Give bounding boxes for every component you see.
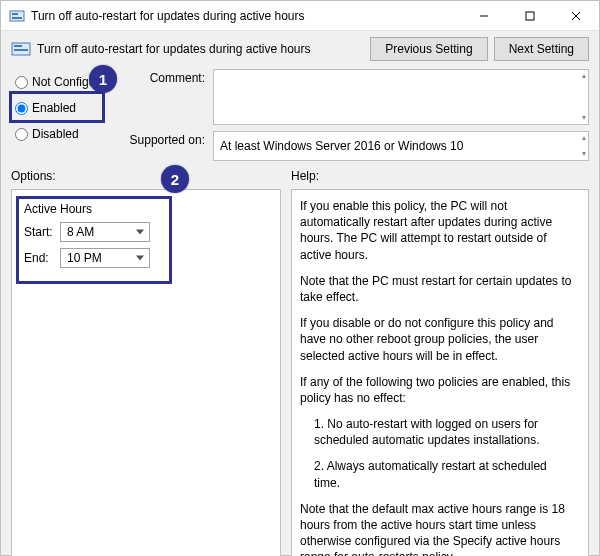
- help-p2: Note that the PC must restart for certai…: [300, 273, 574, 305]
- start-time-value: 8 AM: [67, 225, 94, 239]
- svg-rect-0: [10, 11, 24, 21]
- scroll-up-icon[interactable]: ▴: [582, 134, 586, 142]
- scroll-down-icon[interactable]: ▾: [582, 114, 586, 122]
- end-label: End:: [24, 251, 54, 265]
- svg-rect-2: [12, 17, 22, 19]
- help-header: Help:: [291, 169, 589, 183]
- scroll-down-icon[interactable]: ▾: [582, 150, 586, 158]
- radio-enabled-label: Enabled: [32, 101, 76, 115]
- svg-rect-1: [12, 13, 18, 15]
- previous-setting-button[interactable]: Previous Setting: [370, 37, 487, 61]
- help-p4: If any of the following two policies are…: [300, 374, 574, 406]
- help-p5: Note that the default max active hours r…: [300, 501, 574, 556]
- window-title: Turn off auto-restart for updates during…: [31, 9, 461, 23]
- start-label: Start:: [24, 225, 54, 239]
- radio-disabled-label: Disabled: [32, 127, 79, 141]
- policy-icon: [9, 8, 25, 24]
- supported-on-text: At least Windows Server 2016 or Windows …: [220, 139, 463, 153]
- radio-enabled[interactable]: Enabled: [15, 101, 111, 115]
- header-title: Turn off auto-restart for updates during…: [37, 42, 370, 56]
- options-header: Options:: [11, 169, 281, 183]
- titlebar: Turn off auto-restart for updates during…: [1, 1, 599, 31]
- help-column: Help: If you enable this policy, the PC …: [291, 169, 589, 556]
- callout-2: 2: [161, 165, 189, 193]
- help-p3: If you disable or do not configure this …: [300, 315, 574, 364]
- options-panel: Active Hours Start: 8 AM End: 10 PM: [11, 189, 281, 556]
- active-hours-label: Active Hours: [24, 202, 268, 216]
- radio-disabled[interactable]: Disabled: [15, 127, 111, 141]
- header-row: Turn off auto-restart for updates during…: [11, 37, 589, 61]
- svg-rect-9: [14, 49, 28, 51]
- start-time-select[interactable]: 8 AM: [60, 222, 150, 242]
- policy-header-icon: [11, 41, 31, 57]
- close-button[interactable]: [553, 1, 599, 31]
- content-area: Turn off auto-restart for updates during…: [1, 31, 599, 556]
- options-column: Options: Active Hours Start: 8 AM End: 1…: [11, 169, 281, 556]
- supported-on-label: Supported on:: [115, 131, 205, 147]
- next-setting-button[interactable]: Next Setting: [494, 37, 589, 61]
- help-p1: If you enable this policy, the PC will n…: [300, 198, 574, 263]
- end-time-value: 10 PM: [67, 251, 102, 265]
- policy-editor-window: Turn off auto-restart for updates during…: [0, 0, 600, 556]
- svg-rect-4: [526, 12, 534, 20]
- supported-on-box: At least Windows Server 2016 or Windows …: [213, 131, 589, 161]
- minimize-button[interactable]: [461, 1, 507, 31]
- maximize-button[interactable]: [507, 1, 553, 31]
- help-p4a: 1. No auto-restart with logged on users …: [300, 416, 574, 448]
- comment-label: Comment:: [115, 69, 205, 85]
- end-time-select[interactable]: 10 PM: [60, 248, 150, 268]
- callout-1: 1: [89, 65, 117, 93]
- svg-rect-8: [14, 45, 22, 47]
- scroll-up-icon[interactable]: ▴: [582, 72, 586, 80]
- help-text-area[interactable]: If you enable this policy, the PC will n…: [300, 198, 580, 556]
- help-panel: If you enable this policy, the PC will n…: [291, 189, 589, 556]
- help-p4b: 2. Always automatically restart at sched…: [300, 458, 574, 490]
- comment-textarea[interactable]: ▴▾: [213, 69, 589, 125]
